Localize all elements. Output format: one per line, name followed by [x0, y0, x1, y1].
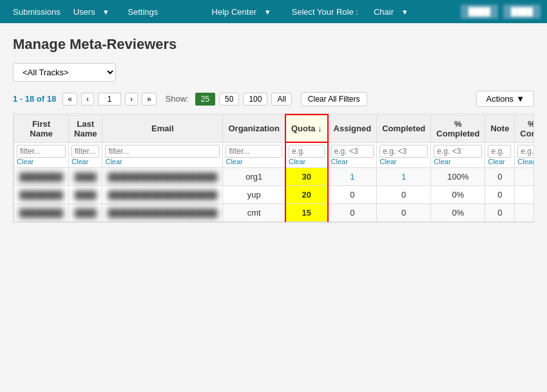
filter-org-clear[interactable]: Clear — [226, 158, 282, 165]
prev-page-btn[interactable]: ‹ — [81, 93, 94, 106]
top-nav: Submissions Users ▾ Settings Help Center… — [0, 0, 547, 23]
cell-quota: 15 — [285, 204, 328, 222]
users-dropdown-arrow: ▾ — [97, 7, 115, 17]
col-first-name: FirstName — [14, 115, 69, 142]
nav-right: ████ ████ — [461, 5, 541, 19]
cell-completed: 0 — [377, 204, 431, 222]
col-quota[interactable]: Quota ↓ — [285, 115, 328, 142]
filter-note-clear[interactable]: Clear — [488, 158, 512, 165]
filter-pct-note-clear[interactable]: Clear — [517, 158, 534, 165]
cell-first-name: ████████ — [14, 168, 69, 186]
last-page-btn[interactable]: » — [142, 93, 157, 106]
nav-btn1[interactable]: ████ — [461, 5, 498, 19]
quota-sort-arrow: ↓ — [318, 124, 322, 133]
filter-note: Clear — [485, 142, 515, 168]
filter-completed-clear[interactable]: Clear — [379, 158, 428, 165]
filter-first-name-input[interactable] — [17, 145, 66, 158]
cell-pct-note: 0% — [515, 168, 534, 186]
col-organization: Organization — [223, 115, 285, 142]
show-100-btn[interactable]: 100 — [243, 93, 267, 106]
col-note: Note — [485, 115, 515, 142]
cell-note: 0 — [485, 204, 515, 222]
cell-pct-completed: 0% — [431, 186, 485, 204]
table-wrapper: FirstName LastName Email Organization Qu… — [13, 113, 534, 223]
nav-users[interactable]: Users ▾ — [67, 7, 122, 17]
cell-quota: 20 — [285, 186, 328, 204]
cell-pct-completed: 100% — [431, 168, 485, 186]
table-body: ████████████████████████████████org13011… — [14, 168, 535, 222]
table-row: ████████████████████████████████org13011… — [14, 168, 535, 186]
show-25-btn[interactable]: 25 — [195, 93, 215, 106]
cell-completed[interactable]: 1 — [377, 168, 431, 186]
filter-last-name-input[interactable] — [72, 145, 99, 158]
cell-assigned[interactable]: 1 — [328, 168, 377, 186]
cell-quota: 30 — [285, 168, 328, 186]
cell-completed: 0 — [377, 186, 431, 204]
filter-quota-clear[interactable]: Clear — [289, 158, 325, 165]
pagination-info: 1 - 18 of 18 — [13, 94, 56, 104]
nav-settings[interactable]: Settings — [121, 7, 164, 17]
col-pct-note-completed: % NoteCompleted — [515, 115, 534, 142]
cell-org: org1 — [223, 168, 285, 186]
filter-first-name-clear[interactable]: Clear — [17, 158, 66, 165]
meta-reviewers-table: FirstName LastName Email Organization Qu… — [14, 114, 534, 222]
cell-org: yup — [223, 186, 285, 204]
table-row: ████████████████████████████████yup20000… — [14, 186, 535, 204]
next-page-btn[interactable]: › — [125, 93, 138, 106]
cell-email: ████████████████████ — [102, 168, 223, 186]
col-pct-completed: %Completed — [431, 115, 485, 142]
filter-assigned-clear[interactable]: Clear — [331, 158, 374, 165]
page-content: Manage Meta-Reviewers <All Tracks> 1 - 1… — [0, 23, 547, 236]
filter-pct-completed-input[interactable] — [434, 145, 482, 158]
filter-note-input[interactable] — [488, 145, 511, 158]
show-all-btn[interactable]: All — [271, 93, 291, 106]
nav-select-role-label: Select Your Role : — [285, 7, 365, 17]
nav-center: Help Center ▾ Select Your Role : Chair ▾ — [206, 7, 420, 17]
help-dropdown-arrow: ▾ — [259, 7, 276, 17]
cell-last-name: ████ — [69, 186, 102, 204]
cell-last-name: ████ — [69, 204, 102, 222]
nav-btn2[interactable]: ████ — [503, 5, 541, 19]
col-completed: Completed — [377, 115, 431, 142]
filter-completed: Clear — [377, 142, 431, 168]
nav-role-chair[interactable]: Chair ▾ — [367, 7, 420, 17]
filter-assigned-input[interactable] — [331, 145, 374, 158]
page-number-input[interactable] — [98, 93, 121, 106]
cell-first-name: ████████ — [14, 204, 69, 222]
cell-org: cmt — [223, 204, 285, 222]
filter-quota-input[interactable] — [289, 145, 325, 158]
page-title: Manage Meta-Reviewers — [13, 36, 534, 53]
filter-last-name: Clear — [69, 142, 102, 168]
cell-pct-note: 0% — [515, 186, 534, 204]
filter-row: Clear Clear Clear Clear — [14, 142, 535, 168]
col-last-name: LastName — [69, 115, 102, 142]
filter-assigned: Clear — [328, 142, 377, 168]
cell-last-name: ████ — [69, 168, 102, 186]
filter-email-clear[interactable]: Clear — [105, 158, 220, 165]
filter-pct-note-input[interactable] — [517, 145, 534, 158]
actions-label: Actions — [486, 94, 513, 104]
actions-btn[interactable]: Actions ▼ — [476, 91, 534, 107]
track-selector[interactable]: <All Tracks> — [13, 63, 116, 82]
filter-completed-input[interactable] — [379, 145, 428, 158]
clear-all-filters-btn[interactable]: Clear All Filters — [301, 92, 367, 106]
filter-last-name-clear[interactable]: Clear — [72, 158, 99, 165]
cell-note: 0 — [485, 168, 515, 186]
show-label: Show: — [166, 94, 189, 104]
show-50-btn[interactable]: 50 — [219, 93, 239, 106]
nav-submissions[interactable]: Submissions — [6, 7, 67, 17]
filter-org-input[interactable] — [226, 145, 282, 158]
cell-assigned: 0 — [328, 186, 377, 204]
col-assigned: Assigned — [328, 115, 377, 142]
filter-pct-completed-clear[interactable]: Clear — [434, 158, 482, 165]
actions-dropdown-arrow: ▼ — [516, 94, 524, 104]
pagination-row: 1 - 18 of 18 « ‹ › » Show: 25 50 100 All… — [13, 91, 534, 107]
filter-first-name: Clear — [14, 142, 69, 168]
filter-pct-note: Clear — [515, 142, 534, 168]
filter-quota: Clear — [285, 142, 328, 168]
first-page-btn[interactable]: « — [62, 93, 77, 106]
nav-help-center[interactable]: Help Center ▾ — [206, 7, 283, 17]
cell-assigned: 0 — [328, 204, 377, 222]
cell-note: 0 — [485, 186, 515, 204]
filter-email-input[interactable] — [105, 145, 220, 158]
